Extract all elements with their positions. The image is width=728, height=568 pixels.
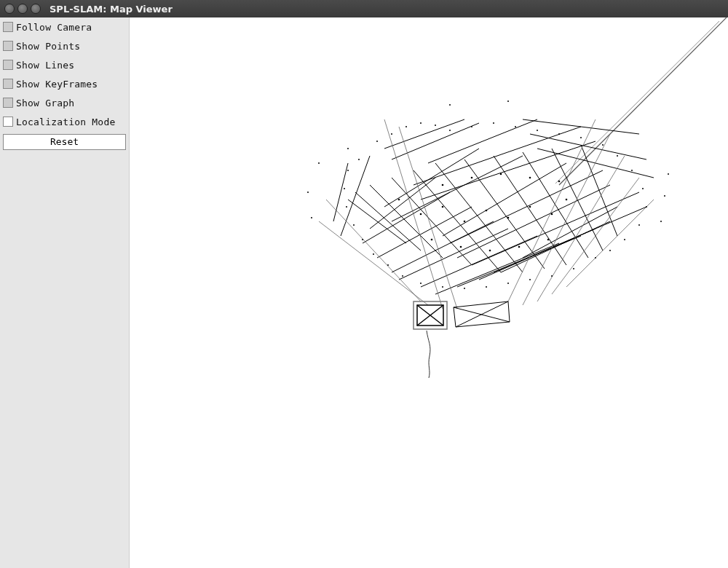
svg-point-112	[660, 221, 662, 222]
svg-line-48	[326, 200, 421, 301]
svg-point-60	[515, 126, 516, 127]
svg-point-109	[307, 192, 309, 193]
window-title: SPL-SLAM: Map Viewer	[50, 4, 173, 15]
svg-point-104	[460, 246, 462, 248]
svg-point-74	[551, 275, 553, 277]
svg-point-96	[551, 213, 553, 216]
svg-line-16	[399, 229, 508, 280]
svg-point-85	[353, 224, 355, 226]
svg-point-80	[420, 283, 422, 284]
svg-point-91	[442, 206, 444, 208]
checkbox-icon	[3, 79, 13, 89]
svg-point-68	[646, 206, 647, 208]
minimize-icon[interactable]	[17, 4, 28, 14]
svg-point-81	[402, 275, 403, 277]
svg-point-75	[529, 279, 531, 280]
svg-point-64	[602, 144, 604, 146]
svg-point-110	[318, 162, 320, 164]
option-show-points[interactable]: Show Points	[3, 38, 126, 54]
titlebar: SPL-SLAM: Map Viewer	[0, 0, 728, 17]
checkbox-icon	[3, 60, 13, 70]
svg-point-107	[547, 239, 550, 241]
option-label: Show KeyFrames	[16, 79, 98, 90]
svg-point-69	[638, 224, 640, 226]
svg-point-92	[464, 221, 466, 223]
svg-point-70	[624, 239, 625, 240]
svg-line-34	[523, 119, 639, 134]
svg-point-67	[642, 188, 644, 189]
svg-point-101	[529, 177, 531, 179]
option-label: Show Points	[16, 41, 80, 52]
option-show-lines[interactable]: Show Lines	[3, 57, 126, 73]
svg-point-51	[358, 159, 360, 160]
svg-point-93	[486, 210, 488, 212]
svg-point-108	[311, 217, 312, 218]
option-localization-mode[interactable]: Localization Mode	[3, 114, 126, 130]
svg-point-55	[420, 122, 422, 124]
svg-point-94	[507, 217, 510, 219]
svg-point-90	[420, 213, 422, 216]
svg-point-99	[471, 177, 473, 179]
option-label: Follow Camera	[16, 22, 92, 33]
option-label: Show Lines	[16, 60, 74, 71]
svg-point-106	[518, 246, 521, 248]
svg-line-5	[384, 149, 479, 207]
svg-line-122	[456, 301, 508, 327]
svg-point-57	[449, 130, 451, 131]
reset-button[interactable]: Reset	[3, 134, 126, 150]
close-icon[interactable]	[4, 4, 15, 14]
svg-point-95	[529, 206, 531, 208]
svg-line-38	[341, 156, 370, 236]
svg-point-61	[537, 130, 538, 131]
svg-point-87	[344, 188, 345, 189]
svg-point-58	[471, 126, 472, 127]
svg-point-50	[347, 148, 349, 149]
svg-point-97	[566, 199, 568, 201]
svg-line-23	[348, 200, 406, 243]
svg-point-71	[609, 250, 611, 251]
svg-line-49	[319, 221, 428, 305]
svg-line-42	[399, 127, 457, 309]
svg-point-62	[558, 133, 560, 135]
option-show-keyframes[interactable]: Show KeyFrames	[3, 76, 126, 92]
svg-point-65	[617, 155, 618, 157]
svg-point-115	[507, 100, 509, 102]
svg-line-45	[537, 156, 625, 301]
svg-point-77	[486, 286, 487, 288]
svg-point-63	[580, 137, 582, 138]
svg-point-105	[489, 250, 491, 252]
option-show-graph[interactable]: Show Graph	[3, 95, 126, 111]
svg-line-18	[435, 243, 559, 294]
checkbox-icon	[3, 98, 13, 108]
svg-line-46	[552, 178, 639, 294]
svg-line-7	[443, 163, 566, 236]
svg-point-66	[631, 170, 633, 171]
workspace: Follow Camera Show Points Show Lines Sho…	[0, 17, 728, 568]
svg-point-53	[391, 133, 392, 135]
svg-point-86	[346, 206, 347, 208]
checkbox-icon	[3, 22, 13, 32]
svg-point-76	[507, 283, 509, 284]
svg-point-72	[595, 257, 596, 259]
checkbox-icon	[3, 41, 13, 51]
svg-point-111	[664, 195, 665, 197]
svg-line-8	[450, 170, 603, 243]
svg-point-56	[435, 125, 436, 126]
svg-line-33	[581, 145, 617, 236]
map-viewport[interactable]	[130, 17, 728, 568]
svg-point-54	[405, 126, 407, 127]
svg-line-15	[392, 221, 494, 272]
maximize-icon[interactable]	[31, 4, 41, 14]
svg-line-31	[523, 152, 588, 258]
svg-point-78	[464, 288, 465, 289]
sidebar: Follow Camera Show Points Show Lines Sho…	[0, 17, 130, 568]
svg-point-73	[573, 268, 574, 269]
svg-point-79	[442, 286, 443, 288]
svg-point-82	[387, 264, 389, 266]
slam-map-render	[130, 17, 727, 568]
option-follow-camera[interactable]: Follow Camera	[3, 19, 126, 35]
option-label: Localization Mode	[16, 117, 115, 127]
svg-line-0	[559, 17, 727, 185]
option-label: Show Graph	[16, 98, 74, 109]
svg-point-103	[431, 239, 433, 241]
